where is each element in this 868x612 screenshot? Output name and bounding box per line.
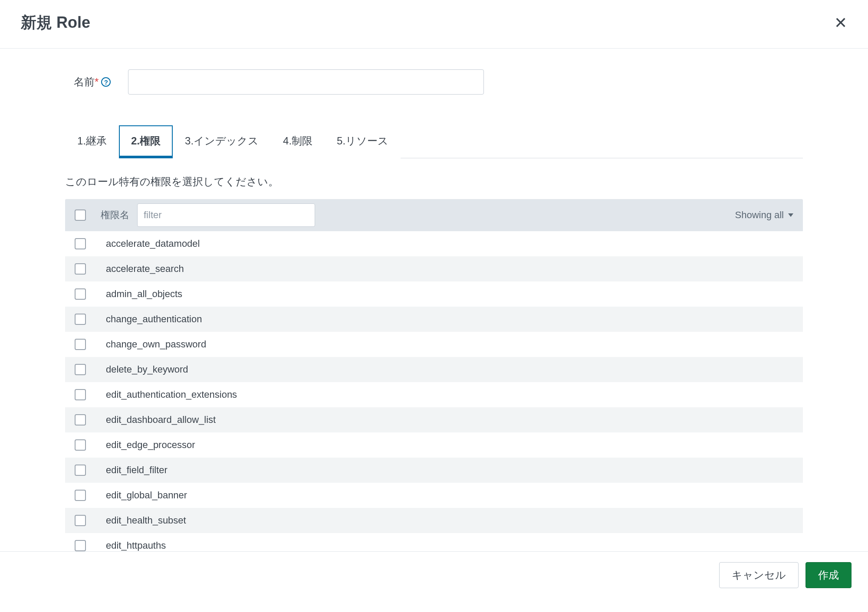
table-row: change_own_password bbox=[65, 332, 803, 357]
row-checkbox-cell bbox=[75, 263, 101, 275]
row-checkbox[interactable] bbox=[75, 414, 86, 425]
permissions-table-header: 権限名 Showing all bbox=[65, 199, 803, 231]
select-all-checkbox[interactable] bbox=[75, 209, 86, 221]
row-checkbox-cell bbox=[75, 389, 101, 400]
row-checkbox-cell bbox=[75, 314, 101, 325]
table-row: edit_health_subset bbox=[65, 508, 803, 533]
table-row: admin_all_objects bbox=[65, 281, 803, 307]
row-checkbox-cell bbox=[75, 364, 101, 375]
select-all-cell bbox=[75, 209, 101, 221]
row-checkbox-cell bbox=[75, 439, 101, 451]
row-checkbox[interactable] bbox=[75, 389, 86, 400]
permission-name: change_own_password bbox=[106, 339, 206, 350]
dialog-content: 名前* ? 1.継承2.権限3.インデックス4.制限5.リソース このロール特有… bbox=[65, 49, 803, 552]
table-row: edit_global_banner bbox=[65, 483, 803, 508]
row-checkbox-cell bbox=[75, 238, 101, 249]
table-row: change_authentication bbox=[65, 307, 803, 332]
row-checkbox[interactable] bbox=[75, 490, 86, 501]
permission-name: edit_dashboard_allow_list bbox=[106, 414, 216, 425]
permission-name: change_authentication bbox=[106, 314, 202, 325]
table-row: edit_authentication_extensions bbox=[65, 382, 803, 407]
tab-2[interactable]: 3.インデックス bbox=[173, 125, 271, 158]
table-row: edit_httpauths bbox=[65, 533, 803, 552]
permissions-table: 権限名 Showing all accelerate_datamodelacce… bbox=[65, 199, 803, 552]
permission-name: edit_httpauths bbox=[106, 540, 166, 551]
permission-name: delete_by_keyword bbox=[106, 364, 188, 375]
permission-filter-input[interactable] bbox=[137, 203, 315, 227]
permission-name: edit_field_filter bbox=[106, 465, 168, 476]
name-input[interactable] bbox=[128, 69, 484, 95]
row-checkbox-cell bbox=[75, 414, 101, 425]
tab-bar: 1.継承2.権限3.インデックス4.制限5.リソース bbox=[65, 125, 803, 158]
permission-name: edit_edge_processor bbox=[106, 439, 195, 451]
row-checkbox-cell bbox=[75, 490, 101, 501]
table-row: delete_by_keyword bbox=[65, 357, 803, 382]
name-field-row: 名前* ? bbox=[65, 69, 803, 95]
help-icon[interactable]: ? bbox=[101, 77, 111, 87]
permission-name: accelerate_search bbox=[106, 263, 184, 275]
name-label: 名前* bbox=[74, 75, 99, 89]
table-row: edit_edge_processor bbox=[65, 432, 803, 458]
table-row: accelerate_datamodel bbox=[65, 231, 803, 256]
tab-1[interactable]: 2.権限 bbox=[119, 125, 173, 158]
tab-0[interactable]: 1.継承 bbox=[65, 125, 119, 158]
cancel-button[interactable]: キャンセル bbox=[719, 562, 799, 588]
showing-filter-label: Showing all bbox=[735, 209, 784, 221]
create-button[interactable]: 作成 bbox=[806, 562, 852, 588]
caret-down-icon bbox=[788, 213, 793, 217]
row-checkbox[interactable] bbox=[75, 439, 86, 451]
tab-3[interactable]: 4.制限 bbox=[271, 125, 325, 158]
row-checkbox[interactable] bbox=[75, 238, 86, 249]
row-checkbox-cell bbox=[75, 339, 101, 350]
row-checkbox-cell bbox=[75, 515, 101, 526]
required-asterisk: * bbox=[95, 76, 99, 88]
permissions-table-body: accelerate_datamodelaccelerate_searchadm… bbox=[65, 231, 803, 552]
dialog-body-scroll[interactable]: 名前* ? 1.継承2.権限3.インデックス4.制限5.リソース このロール特有… bbox=[0, 49, 868, 552]
row-checkbox[interactable] bbox=[75, 314, 86, 325]
row-checkbox[interactable] bbox=[75, 540, 86, 551]
row-checkbox[interactable] bbox=[75, 364, 86, 375]
name-label-text: 名前 bbox=[74, 76, 95, 88]
permission-name-column-header: 権限名 bbox=[101, 209, 129, 222]
row-checkbox[interactable] bbox=[75, 263, 86, 275]
row-checkbox[interactable] bbox=[75, 465, 86, 476]
dialog-header: 新規 Role ✕ bbox=[0, 0, 868, 49]
row-checkbox-cell bbox=[75, 465, 101, 476]
row-checkbox[interactable] bbox=[75, 339, 86, 350]
permission-name: edit_authentication_extensions bbox=[106, 389, 237, 400]
dialog-footer: キャンセル 作成 bbox=[0, 552, 868, 599]
table-row: edit_field_filter bbox=[65, 458, 803, 483]
tab-4[interactable]: 5.リソース bbox=[325, 125, 401, 158]
row-checkbox[interactable] bbox=[75, 288, 86, 300]
close-icon[interactable]: ✕ bbox=[834, 15, 847, 31]
table-row: edit_dashboard_allow_list bbox=[65, 407, 803, 432]
showing-filter-dropdown[interactable]: Showing all bbox=[735, 209, 793, 221]
dialog-title: 新規 Role bbox=[21, 12, 90, 33]
table-row: accelerate_search bbox=[65, 256, 803, 281]
permission-name: admin_all_objects bbox=[106, 288, 182, 300]
tab-description: このロール特有の権限を選択してください。 bbox=[65, 175, 803, 189]
row-checkbox[interactable] bbox=[75, 515, 86, 526]
permission-name: accelerate_datamodel bbox=[106, 238, 200, 249]
permission-name: edit_global_banner bbox=[106, 490, 187, 501]
row-checkbox-cell bbox=[75, 288, 101, 300]
permission-name: edit_health_subset bbox=[106, 515, 186, 526]
row-checkbox-cell bbox=[75, 540, 101, 551]
